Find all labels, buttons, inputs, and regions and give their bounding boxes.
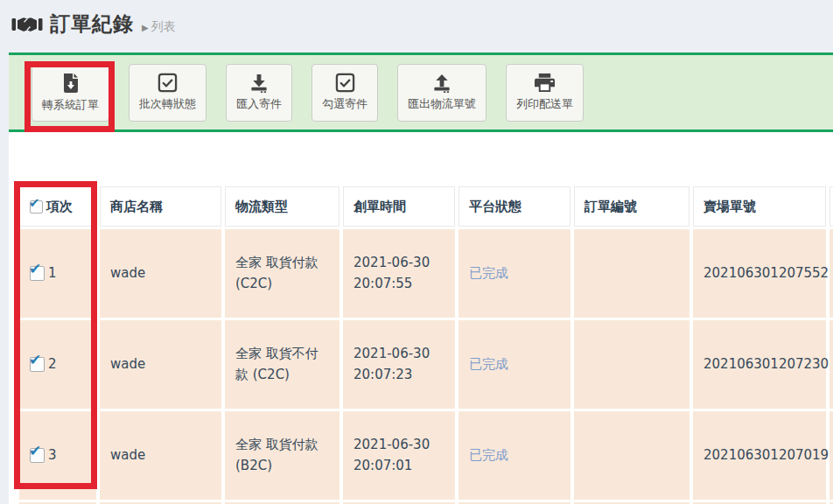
check-icon: ✔	[29, 444, 41, 458]
column-header-select: ✔ 項次	[19, 186, 96, 227]
toolbar-button-label: 匯出物流單號	[408, 96, 476, 112]
page-header: 訂單紀錄 ▶ 列表	[11, 10, 176, 38]
import-shipment-button[interactable]: 匯入寄件	[226, 64, 292, 122]
toolbar-button-label: 勾選寄件	[322, 96, 368, 112]
printer-icon	[534, 73, 556, 93]
handshake-icon	[11, 14, 43, 35]
check-icon: ✔	[29, 262, 41, 276]
column-header-clipped	[830, 186, 833, 227]
row-index: 1	[48, 263, 57, 284]
logistics-cell: 全家 取貨付款 (C2C)	[225, 229, 340, 318]
row-checkbox[interactable]: ✔	[30, 448, 45, 463]
check-shipment-button[interactable]: 勾選寄件	[312, 64, 378, 122]
check-icon: ✔	[29, 353, 41, 368]
market-no-cell: 20210630120723062	[693, 320, 826, 409]
column-header-store: 商店名稱	[100, 186, 221, 227]
toolbar-button-label: 匯入寄件	[236, 96, 282, 112]
square-check-icon	[335, 73, 355, 93]
breadcrumb: ▶ 列表	[142, 19, 176, 35]
select-all-checkbox[interactable]: ✔	[30, 200, 43, 214]
order-no-cell	[574, 411, 690, 500]
store-cell: wade	[100, 229, 221, 318]
status-link[interactable]: 已完成	[469, 263, 508, 284]
breadcrumb-current: 列表	[151, 19, 176, 35]
row-checkbox[interactable]: ✔	[30, 266, 45, 281]
status-cell: 已完成	[458, 411, 570, 500]
created-cell: 2021-06-30 20:07:23	[343, 320, 455, 409]
status-cell: 已完成	[458, 229, 570, 318]
toolbar-button-label: 列印配送單	[516, 96, 573, 112]
orders-table: ✔ 項次 商店名稱 物流類型 創單時間 平台狀態 訂單編號 賣場單號 ✔ 1 w…	[19, 186, 833, 504]
print-delivery-button[interactable]: 列印配送單	[506, 64, 584, 122]
store-cell: wade	[100, 411, 221, 500]
toolbar-button-label: 轉系統訂單	[42, 97, 99, 113]
created-cell: 2021-06-30 20:07:01	[343, 411, 455, 500]
breadcrumb-arrow-icon: ▶	[142, 23, 149, 32]
column-header-order-no: 訂單編號	[574, 186, 690, 227]
row-select-cell: ✔ 1	[19, 229, 96, 318]
status-link[interactable]: 已完成	[469, 445, 508, 466]
row-select-cell: ✔ 2	[19, 320, 96, 409]
logistics-cell: 全家 取貨不付款 (C2C)	[225, 320, 340, 409]
status-link[interactable]: 已完成	[469, 354, 508, 374]
clipped-cell	[830, 229, 833, 318]
export-tracking-button[interactable]: 匯出物流單號	[397, 64, 486, 122]
market-no-cell: 20210630120701910	[693, 411, 826, 500]
created-cell: 2021-06-30 20:07:55	[343, 229, 455, 318]
check-icon: ✔	[29, 197, 40, 210]
column-header-market-no: 賣場單號	[693, 186, 826, 227]
batch-status-button[interactable]: 批次轉狀態	[129, 64, 206, 122]
convert-system-order-button[interactable]: 轉系統訂單	[32, 64, 109, 122]
row-select-cell: ✔ 3	[19, 411, 96, 500]
clipped-cell	[830, 411, 833, 500]
import-download-icon	[248, 73, 270, 93]
status-cell: 已完成	[458, 320, 570, 409]
logistics-cell: 全家 取貨付款 (B2C)	[225, 411, 340, 500]
store-cell: wade	[100, 320, 221, 409]
column-header-status: 平台狀態	[458, 186, 570, 227]
toolbar-button-label: 批次轉狀態	[139, 96, 196, 112]
row-index: 3	[48, 445, 57, 466]
column-header-logistics: 物流類型	[225, 186, 340, 227]
row-checkbox[interactable]: ✔	[30, 357, 45, 372]
file-arrow-down-icon	[62, 73, 80, 94]
column-header-created: 創單時間	[343, 186, 455, 227]
order-no-cell	[574, 320, 690, 409]
square-check-icon	[158, 73, 178, 93]
export-upload-icon	[431, 73, 452, 93]
market-no-cell: 20210630120755286	[693, 229, 826, 318]
page-title: 訂單紀錄	[50, 10, 134, 38]
row-index: 2	[48, 354, 57, 374]
order-no-cell	[574, 229, 690, 318]
content-panel: 轉系統訂單 批次轉狀態 匯入寄件 勾選寄件	[9, 52, 833, 504]
toolbar: 轉系統訂單 批次轉狀態 匯入寄件 勾選寄件	[9, 52, 833, 132]
clipped-cell	[830, 320, 833, 409]
